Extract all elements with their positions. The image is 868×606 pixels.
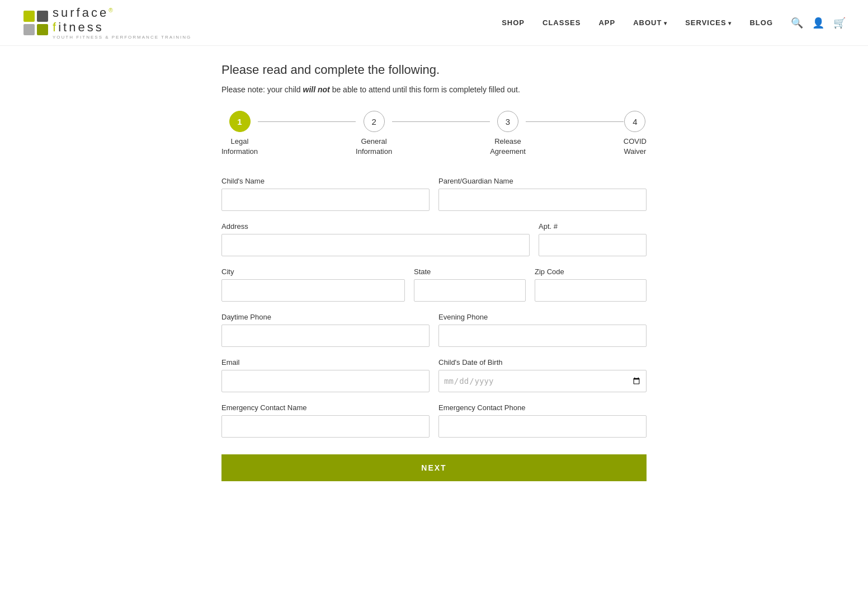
- zip-input[interactable]: [535, 279, 647, 302]
- form-row-6: Emergency Contact Name Emergency Contact…: [221, 403, 647, 438]
- page-title: Please read and complete the following.: [221, 63, 647, 77]
- zip-label: Zip Code: [535, 267, 647, 276]
- evening-phone-input[interactable]: [438, 325, 647, 347]
- apt-input[interactable]: [539, 234, 647, 256]
- step-4-label: COVIDWaiver: [624, 137, 647, 157]
- parent-guardian-group: Parent/Guardian Name: [438, 177, 647, 211]
- email-input[interactable]: [221, 370, 430, 392]
- email-label: Email: [221, 358, 430, 367]
- logo-area[interactable]: surface® fitness YOUTH FITNESS & PERFORM…: [22, 6, 191, 40]
- address-label: Address: [221, 222, 530, 231]
- emergency-phone-input[interactable]: [438, 415, 647, 438]
- emergency-phone-label: Emergency Contact Phone: [438, 403, 647, 412]
- state-input[interactable]: [414, 279, 526, 302]
- evening-phone-group: Evening Phone: [438, 313, 647, 347]
- step-3-circle: 3: [497, 111, 518, 132]
- page-note: Please note: your child will not be able…: [221, 85, 647, 94]
- search-icon[interactable]: 🔍: [791, 17, 803, 29]
- nav-app[interactable]: APP: [598, 18, 615, 27]
- step-3[interactable]: 3 ReleaseAgreement: [490, 111, 526, 157]
- emergency-name-label: Emergency Contact Name: [221, 403, 430, 412]
- step-2-label: GeneralInformation: [356, 137, 392, 157]
- form-row-5: Email Child's Date of Birth: [221, 358, 647, 392]
- childs-name-group: Child's Name: [221, 177, 430, 211]
- steps-container: 1 LegalInformation 2 GeneralInformation …: [221, 111, 647, 157]
- step-2[interactable]: 2 GeneralInformation: [356, 111, 392, 157]
- brand-name: surface® fitness: [53, 6, 191, 35]
- step-3-label: ReleaseAgreement: [490, 137, 526, 157]
- daytime-phone-label: Daytime Phone: [221, 313, 430, 321]
- parent-guardian-label: Parent/Guardian Name: [438, 177, 647, 185]
- svg-rect-1: [37, 11, 48, 22]
- nav-about[interactable]: ABOUT: [633, 18, 667, 27]
- state-label: State: [414, 267, 526, 276]
- evening-phone-label: Evening Phone: [438, 313, 647, 321]
- next-button[interactable]: NEXT: [221, 454, 647, 481]
- step-line-1-2: [258, 121, 356, 122]
- emergency-name-group: Emergency Contact Name: [221, 403, 430, 438]
- navbar: surface® fitness YOUTH FITNESS & PERFORM…: [0, 0, 868, 46]
- city-input[interactable]: [221, 279, 405, 302]
- nav-icons: 🔍 👤 🛒: [791, 17, 846, 29]
- account-icon[interactable]: 👤: [812, 17, 824, 29]
- emergency-phone-group: Emergency Contact Phone: [438, 403, 647, 438]
- svg-rect-3: [37, 24, 48, 35]
- form-row-4: Daytime Phone Evening Phone: [221, 313, 647, 347]
- nav-blog[interactable]: BLOG: [749, 18, 773, 27]
- step-1[interactable]: 1 LegalInformation: [221, 111, 258, 157]
- nav-services[interactable]: SERVICES: [685, 18, 732, 27]
- svg-rect-0: [23, 11, 35, 22]
- zip-group: Zip Code: [535, 267, 647, 302]
- parent-guardian-input[interactable]: [438, 189, 647, 211]
- step-line-2-3: [392, 121, 490, 122]
- nav-classes[interactable]: CLASSES: [542, 18, 581, 27]
- logo-icon: [22, 10, 49, 36]
- city-group: City: [221, 267, 405, 302]
- daytime-phone-group: Daytime Phone: [221, 313, 430, 347]
- childs-name-label: Child's Name: [221, 177, 430, 185]
- step-4-circle: 4: [624, 111, 645, 132]
- brand-tagline: YOUTH FITNESS & PERFORMANCE TRAINING: [53, 35, 191, 40]
- step-2-circle: 2: [364, 111, 385, 132]
- emergency-name-input[interactable]: [221, 415, 430, 438]
- apt-label: Apt. #: [539, 222, 647, 231]
- step-1-label: LegalInformation: [221, 137, 258, 157]
- form-row-1: Child's Name Parent/Guardian Name: [221, 177, 647, 211]
- state-group: State: [414, 267, 526, 302]
- address-group: Address: [221, 222, 530, 256]
- dob-group: Child's Date of Birth: [438, 358, 647, 392]
- form-row-2: Address Apt. #: [221, 222, 647, 256]
- dob-input[interactable]: [438, 370, 647, 392]
- step-line-3-4: [526, 121, 624, 122]
- childs-name-input[interactable]: [221, 189, 430, 211]
- daytime-phone-input[interactable]: [221, 325, 430, 347]
- step-4[interactable]: 4 COVIDWaiver: [624, 111, 647, 157]
- email-group: Email: [221, 358, 430, 392]
- svg-rect-2: [23, 24, 35, 35]
- dob-label: Child's Date of Birth: [438, 358, 647, 367]
- cart-icon[interactable]: 🛒: [833, 17, 846, 29]
- apt-group: Apt. #: [539, 222, 647, 256]
- main-content: Please read and complete the following. …: [210, 46, 658, 498]
- nav-links: SHOP CLASSES APP ABOUT SERVICES BLOG: [502, 18, 773, 27]
- city-label: City: [221, 267, 405, 276]
- step-1-circle: 1: [229, 111, 251, 132]
- form-section: Child's Name Parent/Guardian Name Addres…: [221, 177, 647, 481]
- address-input[interactable]: [221, 234, 530, 256]
- nav-shop[interactable]: SHOP: [502, 18, 525, 27]
- form-row-3: City State Zip Code: [221, 267, 647, 302]
